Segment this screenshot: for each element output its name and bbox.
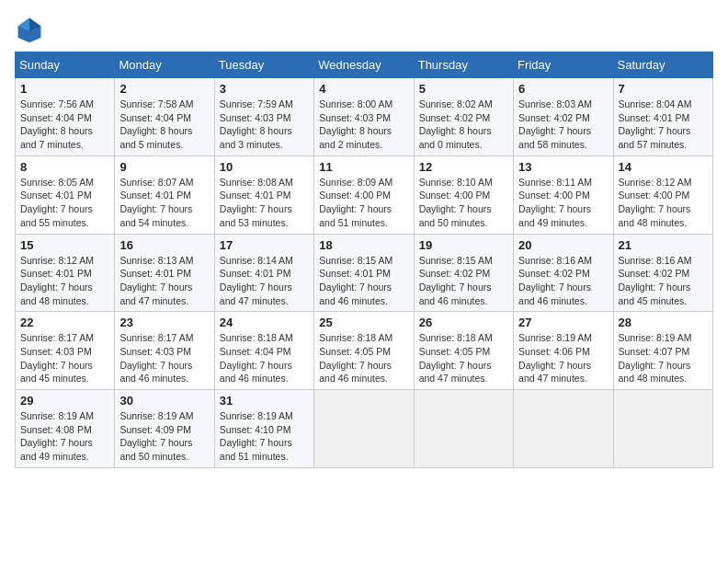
day-info: Sunrise: 8:18 AMSunset: 4:04 PMDaylight:…: [220, 331, 309, 385]
weekday-header: Friday: [514, 52, 613, 78]
calendar-header-row: SundayMondayTuesdayWednesdayThursdayFrid…: [16, 52, 713, 78]
day-number: 9: [119, 160, 209, 174]
day-number: 10: [220, 160, 309, 174]
calendar-cell: 5 Sunrise: 8:02 AMSunset: 4:02 PMDayligh…: [414, 78, 513, 156]
day-info: Sunrise: 8:04 AMSunset: 4:01 PMDaylight:…: [619, 98, 708, 152]
logo: [15, 15, 48, 44]
calendar-cell: 15 Sunrise: 8:12 AMSunset: 4:01 PMDaylig…: [16, 234, 115, 312]
calendar-cell: 28 Sunrise: 8:19 AMSunset: 4:07 PMDaylig…: [613, 312, 712, 390]
day-number: 21: [619, 238, 708, 252]
calendar-cell: 27 Sunrise: 8:19 AMSunset: 4:06 PMDaylig…: [514, 312, 613, 390]
calendar-cell: 21 Sunrise: 8:16 AMSunset: 4:02 PMDaylig…: [613, 234, 712, 312]
calendar-cell: 18 Sunrise: 8:15 AMSunset: 4:01 PMDaylig…: [314, 234, 414, 312]
calendar-cell: 23 Sunrise: 8:17 AMSunset: 4:03 PMDaylig…: [115, 312, 214, 390]
day-number: 17: [220, 238, 309, 252]
day-info: Sunrise: 8:17 AMSunset: 4:03 PMDaylight:…: [20, 331, 109, 385]
calendar-cell: 13 Sunrise: 8:11 AMSunset: 4:00 PMDaylig…: [514, 155, 613, 234]
day-info: Sunrise: 8:02 AMSunset: 4:02 PMDaylight:…: [419, 98, 508, 152]
day-info: Sunrise: 8:10 AMSunset: 4:00 PMDaylight:…: [419, 176, 508, 230]
calendar-cell: 22 Sunrise: 8:17 AMSunset: 4:03 PMDaylig…: [16, 312, 115, 390]
day-info: Sunrise: 8:08 AMSunset: 4:01 PMDaylight:…: [220, 176, 309, 230]
day-info: Sunrise: 8:05 AMSunset: 4:01 PMDaylight:…: [20, 176, 109, 230]
calendar-cell: 12 Sunrise: 8:10 AMSunset: 4:00 PMDaylig…: [414, 155, 513, 234]
calendar-cell: 30 Sunrise: 8:19 AMSunset: 4:09 PMDaylig…: [115, 390, 214, 468]
day-info: Sunrise: 8:07 AMSunset: 4:01 PMDaylight:…: [119, 176, 209, 230]
day-number: 15: [20, 238, 109, 252]
calendar-cell: [414, 390, 513, 468]
logo-icon: [15, 15, 44, 44]
page-header: [15, 15, 713, 44]
calendar-cell: 3 Sunrise: 7:59 AMSunset: 4:03 PMDayligh…: [214, 78, 313, 156]
day-number: 31: [220, 394, 309, 408]
day-info: Sunrise: 8:19 AMSunset: 4:08 PMDaylight:…: [20, 409, 109, 464]
calendar-cell: 7 Sunrise: 8:04 AMSunset: 4:01 PMDayligh…: [613, 78, 712, 156]
day-number: 7: [619, 82, 708, 96]
day-number: 8: [20, 160, 109, 174]
day-number: 5: [419, 82, 508, 96]
calendar-cell: 14 Sunrise: 8:12 AMSunset: 4:00 PMDaylig…: [613, 155, 712, 234]
weekday-header: Thursday: [414, 52, 513, 78]
weekday-header: Saturday: [613, 52, 712, 78]
day-number: 3: [220, 82, 309, 96]
calendar-week-row: 29 Sunrise: 8:19 AMSunset: 4:08 PMDaylig…: [16, 390, 713, 468]
calendar-cell: 10 Sunrise: 8:08 AMSunset: 4:01 PMDaylig…: [214, 155, 313, 234]
calendar-cell: 1 Sunrise: 7:56 AMSunset: 4:04 PMDayligh…: [16, 78, 115, 156]
day-info: Sunrise: 8:15 AMSunset: 4:01 PMDaylight:…: [319, 254, 408, 308]
day-number: 11: [319, 160, 408, 174]
day-info: Sunrise: 8:19 AMSunset: 4:10 PMDaylight:…: [220, 409, 309, 464]
calendar-cell: 31 Sunrise: 8:19 AMSunset: 4:10 PMDaylig…: [214, 390, 313, 468]
day-number: 20: [518, 238, 608, 252]
day-number: 22: [20, 316, 109, 329]
day-number: 18: [319, 238, 408, 252]
day-number: 16: [119, 238, 209, 252]
day-info: Sunrise: 8:18 AMSunset: 4:05 PMDaylight:…: [419, 331, 508, 385]
calendar-cell: [613, 390, 712, 468]
day-info: Sunrise: 7:56 AMSunset: 4:04 PMDaylight:…: [20, 98, 109, 152]
calendar-cell: 20 Sunrise: 8:16 AMSunset: 4:02 PMDaylig…: [514, 234, 613, 312]
calendar-cell: 9 Sunrise: 8:07 AMSunset: 4:01 PMDayligh…: [115, 155, 214, 234]
calendar-cell: [514, 390, 613, 468]
day-number: 1: [20, 82, 109, 96]
day-info: Sunrise: 8:11 AMSunset: 4:00 PMDaylight:…: [518, 176, 608, 230]
day-info: Sunrise: 8:19 AMSunset: 4:07 PMDaylight:…: [619, 331, 708, 385]
day-info: Sunrise: 7:58 AMSunset: 4:04 PMDaylight:…: [119, 98, 209, 152]
day-info: Sunrise: 8:19 AMSunset: 4:06 PMDaylight:…: [518, 331, 608, 385]
day-info: Sunrise: 8:19 AMSunset: 4:09 PMDaylight:…: [119, 409, 209, 464]
day-number: 24: [220, 316, 309, 329]
day-number: 14: [619, 160, 708, 174]
day-number: 30: [119, 394, 209, 408]
weekday-header: Tuesday: [214, 52, 313, 78]
day-number: 29: [20, 394, 109, 408]
calendar-cell: 17 Sunrise: 8:14 AMSunset: 4:01 PMDaylig…: [214, 234, 313, 312]
day-info: Sunrise: 8:12 AMSunset: 4:00 PMDaylight:…: [619, 176, 708, 230]
calendar-week-row: 1 Sunrise: 7:56 AMSunset: 4:04 PMDayligh…: [16, 78, 713, 156]
calendar-cell: 6 Sunrise: 8:03 AMSunset: 4:02 PMDayligh…: [514, 78, 613, 156]
day-number: 2: [119, 82, 209, 96]
calendar-cell: 29 Sunrise: 8:19 AMSunset: 4:08 PMDaylig…: [16, 390, 115, 468]
day-info: Sunrise: 8:15 AMSunset: 4:02 PMDaylight:…: [419, 254, 508, 308]
day-number: 25: [319, 316, 408, 329]
weekday-header: Sunday: [16, 52, 115, 78]
day-number: 6: [518, 82, 608, 96]
day-number: 12: [419, 160, 508, 174]
day-number: 23: [119, 316, 209, 329]
day-info: Sunrise: 8:14 AMSunset: 4:01 PMDaylight:…: [220, 254, 309, 308]
calendar-week-row: 15 Sunrise: 8:12 AMSunset: 4:01 PMDaylig…: [16, 234, 713, 312]
day-number: 28: [619, 316, 708, 329]
calendar-cell: 2 Sunrise: 7:58 AMSunset: 4:04 PMDayligh…: [115, 78, 214, 156]
day-number: 13: [518, 160, 608, 174]
calendar-week-row: 8 Sunrise: 8:05 AMSunset: 4:01 PMDayligh…: [16, 155, 713, 234]
day-info: Sunrise: 8:12 AMSunset: 4:01 PMDaylight:…: [20, 254, 109, 308]
calendar-cell: 4 Sunrise: 8:00 AMSunset: 4:03 PMDayligh…: [314, 78, 414, 156]
calendar-cell: 25 Sunrise: 8:18 AMSunset: 4:05 PMDaylig…: [314, 312, 414, 390]
day-info: Sunrise: 8:16 AMSunset: 4:02 PMDaylight:…: [619, 254, 708, 308]
calendar-cell: 24 Sunrise: 8:18 AMSunset: 4:04 PMDaylig…: [214, 312, 313, 390]
day-info: Sunrise: 8:09 AMSunset: 4:00 PMDaylight:…: [319, 176, 408, 230]
day-info: Sunrise: 8:00 AMSunset: 4:03 PMDaylight:…: [319, 98, 408, 152]
weekday-header: Monday: [115, 52, 214, 78]
day-number: 4: [319, 82, 408, 96]
calendar-week-row: 22 Sunrise: 8:17 AMSunset: 4:03 PMDaylig…: [16, 312, 713, 390]
calendar-cell: 11 Sunrise: 8:09 AMSunset: 4:00 PMDaylig…: [314, 155, 414, 234]
day-number: 26: [419, 316, 508, 329]
day-info: Sunrise: 8:16 AMSunset: 4:02 PMDaylight:…: [518, 254, 608, 308]
